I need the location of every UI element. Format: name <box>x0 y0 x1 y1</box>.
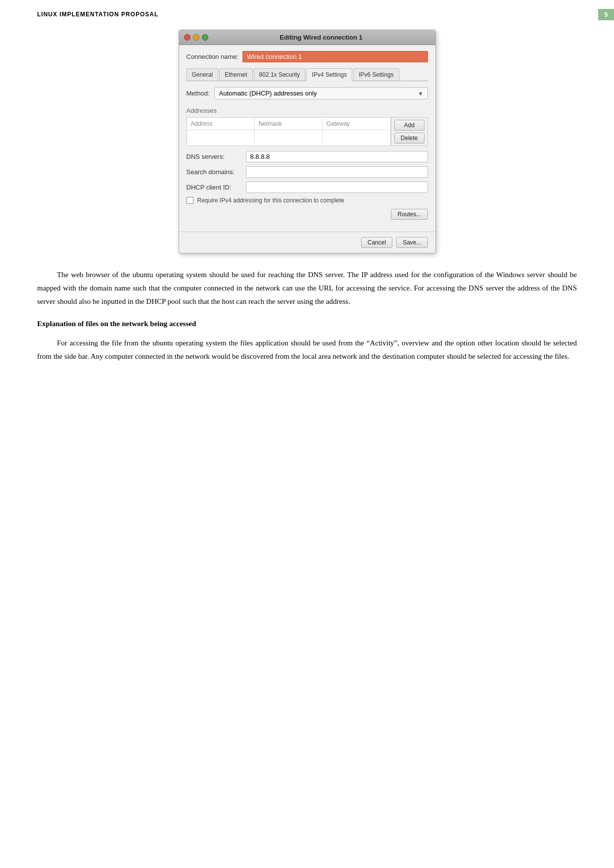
connection-name-label: Connection name: <box>187 53 239 60</box>
method-row: Method: Automatic (DHCP) addresses only … <box>187 87 428 99</box>
netmask-col-header: Netmask <box>255 118 323 130</box>
routes-row: Routes... <box>187 209 428 220</box>
addresses-label: Addresses <box>187 107 428 114</box>
save-button[interactable]: Save... <box>396 237 427 248</box>
close-button[interactable] <box>184 34 190 41</box>
address-cell[interactable] <box>187 130 255 143</box>
method-select[interactable]: Automatic (DHCP) addresses only ▼ <box>214 87 427 99</box>
tab-ethernet[interactable]: Ethernet <box>219 68 252 81</box>
tab-ipv6[interactable]: IPv6 Settings <box>353 68 399 81</box>
gateway-cell[interactable] <box>323 130 390 143</box>
addresses-data-row <box>187 130 390 143</box>
delete-address-button[interactable]: Delete <box>394 133 425 144</box>
maximize-button[interactable] <box>202 34 208 41</box>
page-number: 5 <box>598 9 614 20</box>
tab-general[interactable]: General <box>187 68 219 81</box>
cancel-button[interactable]: Cancel <box>361 237 392 248</box>
section-heading-2: Explanation of files on the network bein… <box>37 317 577 331</box>
addresses-header-row: Address Netmask Gateway <box>187 118 390 130</box>
search-domains-label: Search domains: <box>187 168 241 176</box>
search-row: Search domains: <box>187 166 428 178</box>
netmask-cell[interactable] <box>255 130 323 143</box>
require-text: Require IPv4 addressing for this connect… <box>197 197 345 204</box>
content-area: Editing Wired connection 1 Connection na… <box>37 30 577 372</box>
method-label: Method: <box>187 90 210 97</box>
connection-name-row: Connection name: <box>187 51 428 62</box>
chevron-down-icon: ▼ <box>418 91 424 96</box>
tab-ipv4[interactable]: IPv4 Settings <box>306 68 352 81</box>
dialog-body: Connection name: General Ethernet 802.1x… <box>179 45 435 232</box>
dns-row: DNS servers: <box>187 151 428 162</box>
dhcp-label: DHCP client ID: <box>187 184 241 191</box>
dialog-wrapper: Editing Wired connection 1 Connection na… <box>37 30 577 253</box>
minimize-button[interactable] <box>193 34 199 41</box>
dns-label: DNS servers: <box>187 153 241 160</box>
tabs-row: General Ethernet 802.1x Security IPv4 Se… <box>187 68 428 81</box>
tab-8021x[interactable]: 802.1x Security <box>254 68 306 81</box>
dialog-title: Editing Wired connection 1 <box>212 34 430 41</box>
gateway-col-header: Gateway <box>323 118 390 130</box>
require-checkbox[interactable] <box>187 197 193 204</box>
routes-button[interactable]: Routes... <box>391 209 427 220</box>
dhcp-row: DHCP client ID: <box>187 182 428 193</box>
network-manager-dialog: Editing Wired connection 1 Connection na… <box>179 30 436 253</box>
require-row: Require IPv4 addressing for this connect… <box>187 197 428 204</box>
addresses-section: Addresses Address Netmask Gateway <box>187 107 428 146</box>
addresses-container: Address Netmask Gateway Add <box>187 117 428 146</box>
dialog-footer: Cancel Save... <box>179 232 435 253</box>
dhcp-input[interactable] <box>246 182 428 193</box>
add-address-button[interactable]: Add <box>394 120 425 131</box>
connection-name-input[interactable] <box>242 51 427 62</box>
search-domains-input[interactable] <box>246 166 428 178</box>
page-header: LINUX IMPLEMENTATION PROPOSAL <box>37 11 158 18</box>
address-col-header: Address <box>187 118 255 130</box>
dns-input[interactable] <box>246 151 428 162</box>
method-select-value: Automatic (DHCP) addresses only <box>219 90 317 97</box>
dialog-titlebar: Editing Wired connection 1 <box>179 30 435 45</box>
titlebar-buttons <box>184 34 208 41</box>
addresses-main: Address Netmask Gateway <box>187 117 391 146</box>
addresses-side-buttons: Add Delete <box>391 117 428 146</box>
paragraph-1: The web browser of the ubuntu operating … <box>37 268 577 308</box>
paragraph-2: For accessing the file from the ubuntu o… <box>37 337 577 363</box>
